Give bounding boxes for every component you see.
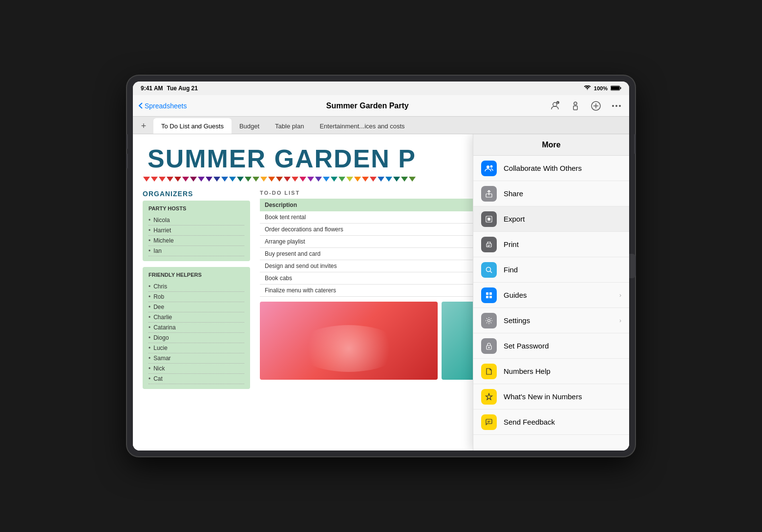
menu-item-label-find: Find [504,266,621,274]
more-menu-header: More [473,134,629,156]
ipad-screen: 9:41 AM Tue Aug 21 100% [133,82,629,450]
back-label: Spreadsheets [145,102,187,110]
menu-item-set-password[interactable]: Set Password [473,333,629,359]
menu-item-label-numbers-help: Numbers Help [504,367,621,375]
menu-item-send-feedback[interactable]: Send Feedback [473,409,629,435]
svg-rect-26 [486,296,488,298]
date-display: Tue Aug 21 [167,85,198,92]
menu-items: Collaborate With OthersShareExportPrintF… [473,156,629,450]
collaborate-icon [481,161,497,176]
menu-item-label-send-feedback: Send Feedback [504,418,621,426]
more-menu-title: More [542,141,560,149]
print-icon [481,237,497,252]
status-bar: 9:41 AM Tue Aug 21 100% [133,82,629,95]
menu-item-guides[interactable]: Guides› [473,283,629,308]
tab-todo-label: To Do List and Guests [161,123,224,130]
collaborate-button[interactable]: ! [548,99,562,113]
battery-icon [611,85,621,92]
menu-item-label-collaborate: Collaborate With Others [504,164,621,172]
tab-todo-list[interactable]: To Do List and Guests [153,118,232,134]
svg-point-22 [487,267,491,271]
numbers-help-icon [481,364,497,379]
svg-point-11 [612,105,614,107]
menu-item-label-guides: Guides [504,291,613,299]
set-password-icon [481,338,497,354]
svg-point-12 [615,105,617,107]
menu-item-collaborate[interactable]: Collaborate With Others [473,156,629,181]
svg-point-15 [490,165,493,167]
menu-item-find[interactable]: Find [473,257,629,283]
time-display: 9:41 AM [141,85,163,92]
back-button[interactable]: Spreadsheets [139,102,187,110]
svg-rect-2 [611,86,619,90]
more-menu-overlay: More Collaborate With OthersShareExportP… [133,134,629,450]
tab-entertainment[interactable]: Entertainment...ices and costs [312,118,412,134]
menu-item-whats-new[interactable]: What's New in Numbers [473,384,629,409]
guides-icon [481,287,497,303]
svg-rect-27 [489,296,492,298]
tab-tableplan[interactable]: Table plan [267,118,312,134]
svg-point-13 [619,105,621,107]
menu-item-export[interactable]: Export [473,206,629,232]
svg-rect-7 [573,106,577,110]
more-button[interactable] [610,99,623,113]
svg-point-30 [488,347,490,348]
add-tab-button[interactable]: + [137,119,150,133]
menu-item-numbers-help[interactable]: Numbers Help [473,359,629,384]
format-button[interactable] [569,99,582,113]
share-icon [481,186,497,202]
svg-point-14 [487,165,489,168]
volume-up-button[interactable] [126,134,128,149]
tab-entertainment-label: Entertainment...ices and costs [319,123,404,130]
tabs-bar: + To Do List and Guests Budget Table pla… [133,117,629,134]
svg-point-6 [574,102,577,105]
export-icon [481,211,497,227]
whats-new-icon [481,389,497,405]
svg-line-23 [490,271,492,273]
ipad-frame: 9:41 AM Tue Aug 21 100% [127,76,635,456]
svg-rect-20 [487,245,490,246]
document-title: Summer Garden Party [190,102,544,110]
volume-down-button[interactable] [126,154,128,168]
menu-item-label-print: Print [504,240,621,248]
tab-budget[interactable]: Budget [232,118,267,134]
main-content: SUMMER GARDEN P ORGANIZERS PARTY HOSTS N… [133,134,629,450]
svg-rect-24 [486,292,488,295]
toolbar: Spreadsheets Summer Garden Party ! [133,95,629,117]
svg-marker-31 [486,393,492,400]
menu-item-print[interactable]: Print [473,232,629,257]
svg-rect-25 [489,292,492,295]
more-menu: More Collaborate With OthersShareExportP… [473,134,629,450]
toolbar-icons: ! [548,99,623,113]
chevron-right-icon: › [619,292,621,299]
menu-item-label-set-password: Set Password [504,342,621,350]
svg-rect-18 [487,218,490,221]
tab-budget-label: Budget [239,123,259,130]
power-button[interactable] [634,134,636,154]
send-feedback-icon [481,414,497,430]
chevron-right-icon: › [619,317,621,324]
svg-point-3 [553,102,557,106]
menu-item-label-export: Export [504,215,621,223]
status-bar-left: 9:41 AM Tue Aug 21 [141,85,198,92]
add-button[interactable] [589,99,603,113]
status-bar-right: 100% [584,85,621,92]
svg-rect-21 [487,246,489,246]
settings-icon [481,313,497,328]
menu-item-label-settings: Settings [504,316,613,325]
svg-rect-1 [620,87,621,89]
menu-item-settings[interactable]: Settings› [473,308,629,333]
menu-item-share[interactable]: Share [473,181,629,206]
menu-item-label-share: Share [504,189,621,198]
menu-item-label-whats-new: What's New in Numbers [504,392,621,401]
find-icon [481,262,497,278]
svg-point-28 [488,319,490,322]
tab-tableplan-label: Table plan [275,123,304,130]
battery-label: 100% [594,85,608,91]
wifi-icon [584,85,591,92]
